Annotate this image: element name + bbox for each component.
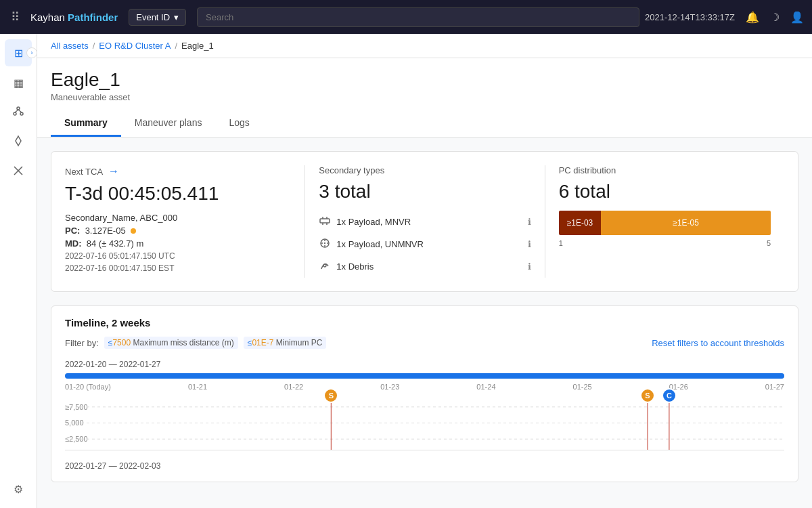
pc-detail: PC: 3.127E-05 [65,226,291,236]
svg-point-0 [17,107,20,110]
sidebar-item-home[interactable]: ⊞ › [5,39,32,66]
svg-rect-7 [320,219,330,223]
filter-pc-chip[interactable]: ≤01E-7 Minimum PC [244,337,327,349]
payload-unmnvr-icon [319,237,331,251]
svg-point-15 [323,264,326,267]
event-id-selector[interactable]: Event ID ▾ [129,9,186,26]
breadcrumb-sep-2: / [175,41,177,51]
timeline-week-1: 2022-01-20 — 2022-01-27 01-20 (Today) 01… [65,360,784,450]
timeline-title: Timeline, 2 weeks [65,317,784,329]
event-marker-c1[interactable]: C [662,388,677,403]
tab-summary[interactable]: Summary [51,110,121,137]
home-icon: ⊞ [14,47,23,60]
pc-bar-labels: 1 5 [559,239,771,247]
timeline-grid: ≥7,500 5,000 ≤2,500 [65,396,784,450]
datetime-display: 2021-12-14T13:33:17Z [645,12,735,22]
pc-bar-segment-1: ≥1E-05 [601,211,771,235]
debris-icon [319,259,331,274]
svg-line-3 [15,110,18,112]
sidebar-item-network[interactable] [5,99,32,126]
pc-dist-total: 6 total [559,181,771,203]
svg-point-2 [20,112,23,115]
sidebar: ⊞ › ▦ [0,34,37,508]
grid-svg [65,396,784,450]
secondary-types-total: 3 total [319,181,531,203]
list-item: 1x Debris ℹ [319,255,531,278]
payload-mnvr-icon [319,215,331,229]
pc-bar-segment-0: ≥1E-03 [559,211,602,235]
app-grid-icon[interactable]: ⠿ [8,7,22,27]
notifications-icon[interactable]: 🔔 [746,11,759,24]
svg-point-1 [14,112,16,115]
breadcrumb-current: Eagle_1 [181,41,214,51]
pc-distribution-block: PC distribution 6 total ≥1E-03 ≥1E-05 [545,165,784,278]
settings-icon: ⚙ [14,483,23,496]
next-tca-block: Next TCA → T-3d 00:45:05.411 Secondary_N… [65,165,304,278]
content-area: Next TCA → T-3d 00:45:05.411 Secondary_N… [37,137,812,496]
main-content: All assets / EO R&D Cluster A / Eagle_1 … [37,34,812,508]
sidebar-item-dashboard[interactable]: ▦ [5,69,32,96]
tab-maneuver-plans[interactable]: Maneuver plans [121,110,216,137]
breadcrumb: All assets / EO R&D Cluster A / Eagle_1 [37,34,812,58]
md-detail: MD: 84 (± 432.7) m [65,238,291,249]
topnav-right: 2021-12-14T13:33:17Z 🔔 ☽ 👤 [645,11,804,24]
search-input[interactable] [197,7,639,27]
app-brand: Kayhan Pathfinder [30,12,118,23]
filter-miss-chip[interactable]: ≤7500 Maximum miss distance (m) [104,337,238,349]
tab-logs[interactable]: Logs [215,110,263,137]
info-icon-2[interactable]: ℹ [528,261,531,272]
event-marker-s2[interactable]: S [640,388,655,403]
user-icon[interactable]: 👤 [790,11,804,24]
next-tca-value: T-3d 00:45:05.411 [65,183,291,205]
network-icon [12,105,24,120]
secondary-types-block: Secondary types 3 total 1x Payload, MNVR [304,165,544,278]
breadcrumb-sep-1: / [93,41,95,51]
info-icon-0[interactable]: ℹ [528,217,531,227]
dashboard-icon: ▦ [14,77,24,89]
timeline-scroll-thumb [65,373,784,379]
stats-row: Next TCA → T-3d 00:45:05.411 Secondary_N… [51,151,798,292]
date-est: 2022-07-16 00:01:47.150 EST [65,263,291,273]
tools-icon [12,165,24,179]
pin-icon [12,135,24,150]
date-utc: 2022-07-16 05:01:47.150 UTC [65,251,291,261]
timeline-scrollbar[interactable] [65,373,784,379]
timeline-week-2: 2022-01-27 — 2022-02-03 [65,461,784,471]
secondary-types-label: Secondary types [319,165,531,175]
top-nav: ⠿ Kayhan Pathfinder Event ID ▾ 2021-12-1… [0,0,812,34]
week1-label: 2022-01-20 — 2022-01-27 [65,360,784,369]
breadcrumb-all-assets[interactable]: All assets [51,41,89,51]
pc-status-dot [131,228,136,234]
sidebar-collapse-button[interactable]: › [26,47,37,58]
filter-row: Filter by: ≤7500 Maximum miss distance (… [65,337,784,349]
page-title: Eagle_1 [51,69,798,91]
sidebar-item-pin[interactable] [5,129,32,156]
next-tca-arrow[interactable]: → [108,165,119,177]
svg-line-4 [18,110,22,112]
reset-filters-button[interactable]: Reset filters to account thresholds [652,338,784,348]
sidebar-item-tools[interactable] [5,158,32,186]
page-header: Eagle_1 Maneuverable asset Summary Maneu… [37,58,812,137]
next-tca-label: Next TCA → [65,165,291,177]
list-item: 1x Payload, MNVR ℹ [319,211,531,233]
timeline-section: Timeline, 2 weeks Filter by: ≤7500 Maxim… [51,305,798,482]
secondary-name: Secondary_Name, ABC_000 [65,213,291,223]
event-marker-s1[interactable]: S [323,388,338,403]
tab-bar: Summary Maneuver plans Logs [51,110,798,137]
pc-bar-container: ≥1E-03 ≥1E-05 1 5 [559,211,771,247]
main-layout: ⊞ › ▦ [0,34,812,508]
theme-icon[interactable]: ☽ [770,11,780,24]
page-subtitle: Maneuverable asset [51,92,798,102]
info-icon-1[interactable]: ℹ [528,239,531,249]
breadcrumb-cluster[interactable]: EO R&D Cluster A [99,41,171,51]
chevron-down-icon: ▾ [174,12,179,22]
sidebar-item-settings[interactable]: ⚙ [5,475,32,503]
filter-by-label: Filter by: [65,338,99,348]
secondary-types-list: 1x Payload, MNVR ℹ 1x Payload, UNMNVR [319,211,531,278]
list-item: 1x Payload, UNMNVR ℹ [319,233,531,255]
pc-dist-label: PC distribution [559,165,771,175]
pc-bar: ≥1E-03 ≥1E-05 [559,211,771,235]
week2-label: 2022-01-27 — 2022-02-03 [65,461,784,471]
